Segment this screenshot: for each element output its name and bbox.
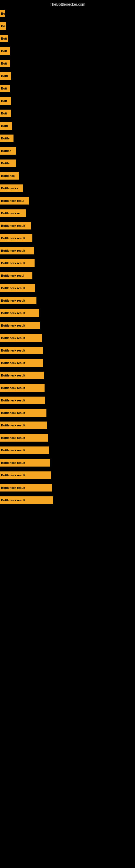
bars-container: BoBoBottBottBottBottlBottBottBottBottlBo… xyxy=(0,8,135,506)
bar-row-15: Bottleneck resul xyxy=(0,195,135,207)
bar-16: Bottleneck re xyxy=(0,209,26,217)
bar-row-23: Bottleneck result xyxy=(0,294,135,307)
bar-row-2: Bott xyxy=(0,33,135,44)
bar-row-37: Bottleneck result xyxy=(0,469,135,481)
bar-label-35: Bottleneck result xyxy=(1,448,25,452)
bar-32: Bottleneck result xyxy=(0,409,46,416)
bar-row-34: Bottleneck result xyxy=(0,432,135,444)
bar-20: Bottleneck result xyxy=(0,259,35,267)
bar-23: Bottleneck result xyxy=(0,297,37,304)
bar-label-32: Bottleneck result xyxy=(1,411,25,414)
bar-row-32: Bottleneck result xyxy=(0,407,135,419)
bar-row-35: Bottleneck result xyxy=(0,444,135,456)
bar-label-0: Bo xyxy=(1,12,5,15)
bar-row-3: Bott xyxy=(0,45,135,57)
bar-row-19: Bottleneck result xyxy=(0,245,135,257)
bar-24: Bottleneck result xyxy=(0,309,39,317)
bar-22: Bottleneck result xyxy=(0,284,35,292)
bar-row-30: Bottleneck result xyxy=(0,382,135,394)
bar-label-20: Bottleneck result xyxy=(1,261,25,265)
bar-33: Bottleneck result xyxy=(0,422,47,429)
bar-19: Bottleneck result xyxy=(0,247,34,254)
bar-9: Bottl xyxy=(0,122,12,130)
bar-label-22: Bottleneck result xyxy=(1,286,25,290)
bar-label-38: Bottleneck result xyxy=(1,486,25,489)
bar-row-0: Bo xyxy=(0,8,135,20)
bar-3: Bott xyxy=(0,47,10,55)
bar-30: Bottleneck result xyxy=(0,384,45,392)
bar-row-33: Bottleneck result xyxy=(0,420,135,431)
bar-row-31: Bottleneck result xyxy=(0,394,135,406)
bar-6: Bott xyxy=(0,85,10,92)
bar-row-7: Bott xyxy=(0,95,135,107)
bar-row-11: Bottlen xyxy=(0,145,135,157)
bar-row-22: Bottleneck result xyxy=(0,282,135,294)
bar-label-6: Bott xyxy=(1,87,7,90)
bar-label-33: Bottleneck result xyxy=(1,424,25,427)
bar-row-6: Bott xyxy=(0,83,135,94)
bar-row-24: Bottleneck result xyxy=(0,307,135,319)
bar-row-20: Bottleneck result xyxy=(0,257,135,269)
bar-label-5: Bottl xyxy=(1,74,8,78)
bar-row-18: Bottleneck result xyxy=(0,232,135,244)
bar-14: Bottleneck r xyxy=(0,184,23,192)
bar-row-39: Bottleneck result xyxy=(0,494,135,506)
bar-36: Bottleneck result xyxy=(0,459,50,467)
bar-label-11: Bottlen xyxy=(1,149,11,152)
bar-25: Bottleneck result xyxy=(0,322,40,329)
bar-row-8: Bott xyxy=(0,107,135,119)
bar-10: Bottle xyxy=(0,134,13,142)
bar-row-38: Bottleneck result xyxy=(0,482,135,494)
bar-row-25: Bottleneck result xyxy=(0,319,135,332)
bar-label-26: Bottleneck result xyxy=(1,336,25,340)
bar-28: Bottleneck result xyxy=(0,359,43,367)
bar-7: Bott xyxy=(0,97,11,105)
bar-8: Bott xyxy=(0,110,11,117)
bar-row-27: Bottleneck result xyxy=(0,344,135,356)
bar-label-14: Bottleneck r xyxy=(1,187,18,190)
bar-label-21: Bottleneck resul xyxy=(1,274,24,277)
site-title: TheBottlenecker.com xyxy=(0,0,135,8)
bar-21: Bottleneck resul xyxy=(0,272,32,279)
bar-row-1: Bo xyxy=(0,20,135,32)
bar-27: Bottleneck result xyxy=(0,347,43,354)
bar-37: Bottleneck result xyxy=(0,471,51,479)
bar-label-31: Bottleneck result xyxy=(1,399,25,402)
bar-31: Bottleneck result xyxy=(0,397,45,404)
bar-row-26: Bottleneck result xyxy=(0,332,135,344)
bar-label-37: Bottleneck result xyxy=(1,474,25,477)
bar-row-36: Bottleneck result xyxy=(0,457,135,469)
bar-4: Bott xyxy=(0,60,10,67)
bar-0: Bo xyxy=(0,10,5,18)
bar-row-17: Bottleneck result xyxy=(0,220,135,231)
bar-label-27: Bottleneck result xyxy=(1,349,25,352)
bar-18: Bottleneck result xyxy=(0,235,32,242)
bar-row-4: Bott xyxy=(0,58,135,69)
bar-label-18: Bottleneck result xyxy=(1,237,25,240)
bar-row-14: Bottleneck r xyxy=(0,182,135,194)
bar-15: Bottleneck resul xyxy=(0,197,29,205)
bar-label-24: Bottleneck result xyxy=(1,311,25,315)
bar-row-21: Bottleneck resul xyxy=(0,270,135,282)
bar-2: Bott xyxy=(0,35,8,42)
bar-label-16: Bottleneck re xyxy=(1,212,20,215)
bar-12: Bottler xyxy=(0,159,16,167)
bar-label-10: Bottle xyxy=(1,137,9,140)
bar-row-9: Bottl xyxy=(0,120,135,132)
bar-label-39: Bottleneck result xyxy=(1,499,25,502)
bar-34: Bottleneck result xyxy=(0,434,48,442)
bar-26: Bottleneck result xyxy=(0,334,42,342)
bar-5: Bottl xyxy=(0,72,11,80)
bar-row-29: Bottleneck result xyxy=(0,369,135,381)
bar-label-36: Bottleneck result xyxy=(1,461,25,464)
bar-row-5: Bottl xyxy=(0,70,135,82)
bar-label-2: Bott xyxy=(1,37,7,40)
bar-label-9: Bottl xyxy=(1,124,8,127)
bar-label-25: Bottleneck result xyxy=(1,324,25,327)
bar-label-12: Bottler xyxy=(1,162,10,165)
bar-label-28: Bottleneck result xyxy=(1,361,25,365)
bar-label-23: Bottleneck result xyxy=(1,299,25,302)
bar-row-12: Bottler xyxy=(0,157,135,169)
bar-label-19: Bottleneck result xyxy=(1,249,25,252)
bar-label-4: Bott xyxy=(1,62,7,65)
